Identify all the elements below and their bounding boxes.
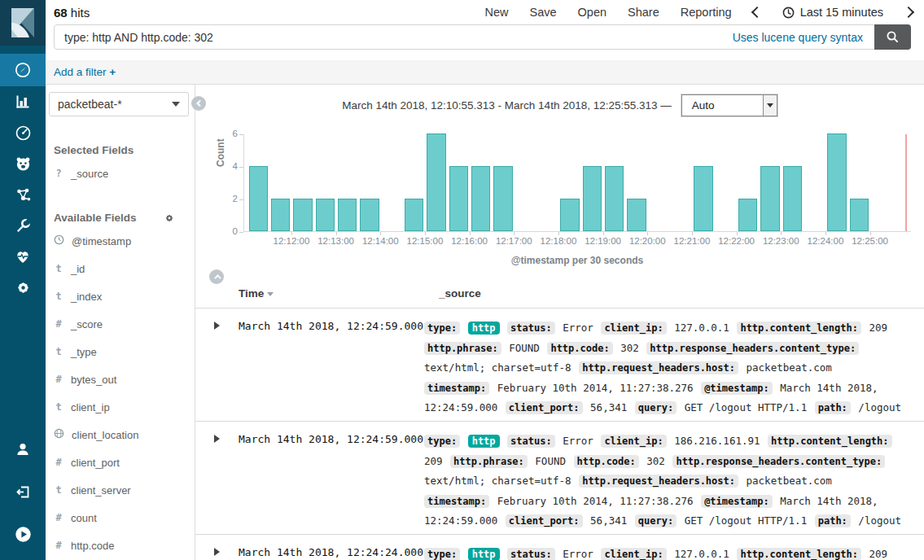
nav-graph[interactable]	[0, 179, 46, 210]
histogram-bar-121230[interactable]	[316, 199, 335, 231]
expand-row-button[interactable]	[214, 318, 239, 418]
save-menu-item[interactable]: Save	[530, 6, 557, 19]
field-value: text/html; charset=utf-8	[424, 361, 571, 374]
nav-discover[interactable]	[0, 54, 46, 86]
field-key-badge: type:	[424, 548, 460, 560]
nav-visualize[interactable]	[0, 86, 46, 117]
reporting-menu-item[interactable]: Reporting	[681, 6, 732, 19]
chevron-down-icon	[172, 102, 180, 107]
histogram-bar-121530[interactable]	[449, 166, 468, 231]
globe-field-type-icon	[54, 428, 64, 441]
histogram-bar-121330[interactable]	[360, 199, 379, 231]
time-forward-button[interactable]	[903, 7, 914, 18]
kibana-logo[interactable]	[0, 0, 46, 46]
field-name: client_port	[71, 457, 120, 469]
search-button[interactable]	[874, 24, 911, 50]
nav-management[interactable]	[0, 272, 46, 303]
time-column-header[interactable]: Time	[239, 287, 274, 300]
table-header: Time _source	[195, 287, 924, 308]
index-pattern-select[interactable]: packetbeat-*	[49, 92, 189, 116]
field-key-badge: status:	[507, 435, 555, 448]
field-key-badge: client_ip:	[601, 548, 666, 560]
histogram-bar-121630[interactable]	[493, 166, 512, 231]
nav-dev-tools[interactable]	[0, 210, 46, 241]
field-name: _source	[71, 168, 108, 180]
nav-dashboard[interactable]	[0, 117, 46, 148]
histogram-bar-121800[interactable]	[560, 199, 579, 231]
histogram-bar-121130[interactable]	[271, 199, 290, 231]
search-input[interactable]	[55, 31, 733, 44]
new-menu-item[interactable]: New	[484, 6, 508, 19]
wrench-icon	[15, 217, 32, 234]
field-item--timestamp[interactable]: @timestamp	[54, 227, 186, 255]
field-key-badge: http.request_headers.host:	[579, 361, 738, 374]
caret-right-icon	[214, 548, 220, 556]
field-value: packetbeat.com	[747, 361, 832, 374]
histogram-bar-121830[interactable]	[583, 166, 602, 231]
field-item-count[interactable]: #count	[54, 504, 186, 532]
histogram-bar-121930[interactable]	[627, 199, 646, 231]
collapse-sidebar-button[interactable]	[191, 96, 206, 111]
field-item-client-location[interactable]: client_location	[54, 421, 186, 448]
share-menu-item[interactable]: Share	[628, 6, 659, 19]
field-type-icon: #	[54, 512, 63, 523]
field-item--score[interactable]: #_score	[54, 310, 186, 338]
nav-monitoring[interactable]	[0, 241, 46, 272]
field-value: text/html; charset=utf-8	[424, 475, 571, 487]
field-item--type[interactable]: t_type	[54, 338, 186, 365]
collapse-chart-button[interactable]	[209, 269, 224, 284]
field-item-client-ip[interactable]: tclient_ip	[54, 393, 186, 421]
histogram-bar-122300[interactable]	[783, 166, 802, 231]
histogram-bar-121300[interactable]	[338, 199, 357, 231]
field-item--index[interactable]: t_index	[54, 282, 186, 310]
lucene-syntax-link[interactable]: Uses lucene query syntax	[733, 31, 863, 44]
field-item-http-code[interactable]: #http.code	[54, 532, 186, 559]
field-sidebar: packetbeat-* Selected Fields ?_source Av…	[46, 85, 195, 560]
field-type-icon: #	[54, 457, 63, 468]
time-picker[interactable]: Last 15 minutes	[782, 6, 883, 19]
time-back-button[interactable]	[751, 7, 763, 18]
histogram-bar-122200[interactable]	[738, 199, 757, 231]
histogram-bar-122230[interactable]	[760, 166, 779, 231]
search-icon	[886, 30, 900, 44]
nav-account[interactable]	[0, 428, 46, 470]
field-item--id[interactable]: t_id	[54, 255, 186, 282]
histogram-bar-122400[interactable]	[827, 133, 846, 231]
expand-row-button[interactable]	[214, 431, 239, 532]
x-tick-label: 12:23:00	[763, 236, 799, 246]
x-tick-label: 12:16:00	[451, 236, 488, 246]
histogram-bar-121430[interactable]	[405, 199, 423, 231]
histogram-bar-121600[interactable]	[471, 166, 490, 231]
histogram-bar-122430[interactable]	[850, 199, 869, 231]
field-key-badge: http.phrase:	[424, 342, 501, 355]
field-item-client-server[interactable]: tclient_server	[54, 476, 186, 504]
field-value: 127.0.0.1	[674, 548, 729, 560]
field-settings-button[interactable]	[164, 212, 175, 224]
field-item-bytes-out[interactable]: #bytes_out	[54, 365, 186, 393]
time-range-end-marker	[905, 134, 907, 231]
histogram-bar-121500[interactable]	[427, 133, 445, 231]
histogram-bar-122100[interactable]	[694, 166, 712, 231]
field-value: 127.0.0.1	[674, 322, 729, 334]
y-tick-label: 0	[217, 226, 238, 236]
nav-logout[interactable]	[0, 470, 46, 513]
field-item-client-port[interactable]: #client_port	[54, 448, 186, 476]
selected-fields-heading: Selected Fields	[54, 144, 175, 156]
chevron-down-icon	[763, 95, 777, 116]
nav-machine-learning[interactable]	[0, 148, 46, 179]
field-item--source[interactable]: ?_source	[54, 160, 186, 187]
field-value: February 10th 2014, 11:27:38.276	[497, 382, 694, 394]
field-key-badge: http.response_headers.content_type:	[646, 342, 859, 355]
field-key-badge: status:	[507, 322, 555, 335]
histogram-bar-121100[interactable]	[249, 166, 268, 231]
histogram-bar-121900[interactable]	[605, 166, 624, 231]
plus-icon: +	[109, 66, 116, 78]
field-key-badge: http.response_headers.content_type:	[672, 455, 885, 468]
histogram-bar-121200[interactable]	[293, 199, 312, 231]
expand-row-button[interactable]	[214, 545, 239, 560]
field-value: Error	[563, 548, 593, 560]
interval-select[interactable]: Auto	[681, 94, 777, 116]
open-menu-item[interactable]: Open	[578, 6, 607, 19]
add-filter-button[interactable]: Add a filter +	[54, 66, 116, 78]
nav-help[interactable]	[0, 513, 46, 555]
